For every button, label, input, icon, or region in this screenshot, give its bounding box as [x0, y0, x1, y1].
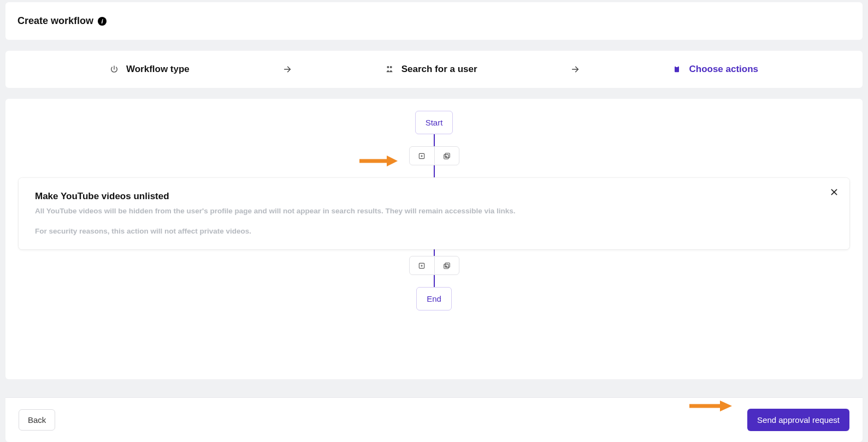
step-label: Workflow type	[126, 64, 190, 75]
workflow-canvas: Start End Make YouTube videos unlist	[5, 99, 863, 379]
arrow-right-icon	[283, 65, 292, 74]
action-description: All YouTube videos will be hidden from t…	[35, 205, 833, 217]
add-step-row-top	[409, 146, 459, 165]
step-search-user[interactable]: Search for a user	[385, 64, 477, 75]
svg-point-2	[389, 66, 392, 68]
add-group-button[interactable]	[434, 147, 459, 165]
start-node[interactable]: Start	[415, 111, 453, 134]
step-workflow-type[interactable]: Workflow type	[110, 64, 190, 75]
page-header: Create workflow i	[5, 2, 863, 40]
action-title: Make YouTube videos unlisted	[35, 191, 833, 202]
step-label: Search for a user	[401, 64, 477, 75]
step-choose-actions[interactable]: Choose actions	[672, 64, 758, 75]
svg-rect-5	[676, 65, 678, 67]
end-node[interactable]: End	[416, 287, 452, 310]
add-group-button[interactable]	[434, 256, 459, 274]
wizard-footer: Back Send approval request	[5, 397, 863, 442]
people-icon	[385, 65, 394, 74]
clipboard-icon	[672, 65, 681, 74]
add-step-button[interactable]	[410, 147, 434, 165]
info-icon[interactable]: i	[98, 17, 107, 26]
arrow-right-icon	[571, 65, 580, 74]
svg-rect-4	[675, 67, 679, 73]
send-approval-request-button[interactable]: Send approval request	[747, 409, 849, 431]
close-icon[interactable]	[830, 188, 839, 199]
action-note: For security reasons, this action will n…	[35, 227, 833, 235]
page-title: Create workflow	[17, 15, 93, 27]
step-label: Choose actions	[689, 64, 758, 75]
flow-connector	[434, 275, 435, 287]
svg-point-1	[387, 66, 389, 68]
add-step-row-bottom	[409, 256, 459, 275]
flow-connector	[434, 165, 435, 177]
wizard-stepper: Workflow type Search for a user Choose a…	[5, 51, 863, 88]
action-card[interactable]: Make YouTube videos unlisted All YouTube…	[19, 178, 849, 249]
back-button[interactable]: Back	[19, 409, 55, 431]
add-step-button[interactable]	[410, 256, 434, 274]
flow-connector	[434, 134, 435, 146]
power-icon	[110, 65, 119, 74]
